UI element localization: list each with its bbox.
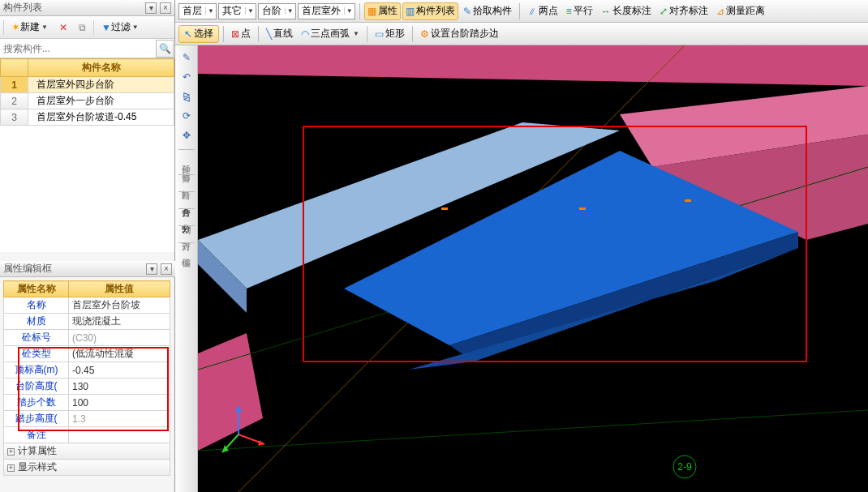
chevron-down-icon: ▼: [285, 7, 294, 15]
prop-row[interactable]: 台阶高度(130: [4, 379, 170, 395]
prop-row[interactable]: 顶标高(m)-0.45: [4, 362, 170, 379]
filter-label: 过滤: [111, 20, 131, 34]
vertical-toolbar: ✎ ↶ ⧎ ⟳ ✥ 延伸 修剪 打断 合并 分割 对齐 偏移: [175, 45, 198, 492]
viewport-3d[interactable]: 2-9: [198, 45, 868, 492]
table-row[interactable]: 2 首层室外一步台阶: [1, 93, 174, 109]
col-name-header: 构件名称: [28, 59, 174, 77]
mirror-tool[interactable]: ⧎: [178, 88, 196, 105]
svg-marker-1: [198, 333, 263, 451]
properties-icon: ▦: [367, 6, 376, 17]
property-table: 属性名称属性值 名称首层室外台阶坡 材质现浇混凝土 砼标号(C30) 砼类型(低…: [3, 280, 170, 476]
trim-label[interactable]: 修剪: [180, 163, 192, 169]
arc-icon: ◠: [301, 28, 309, 40]
pin-icon[interactable]: ▾: [146, 263, 157, 275]
pick-button[interactable]: ✎拾取构件: [460, 2, 515, 20]
list-icon: ▥: [406, 6, 415, 17]
svg-rect-13: [685, 199, 691, 202]
prop-row[interactable]: 砼类型(低流动性混凝: [4, 346, 170, 362]
brush-tool[interactable]: ✎: [178, 49, 196, 66]
plus-icon: +: [7, 464, 15, 472]
type-combo[interactable]: 台阶▼: [258, 3, 296, 19]
plus-icon: +: [7, 448, 15, 456]
line-icon: ╲: [266, 28, 272, 40]
panel-title: 属性编辑框: [3, 262, 146, 276]
property-header: 属性编辑框 ▾ ×: [0, 261, 175, 277]
two-point-icon: ⫽: [527, 6, 537, 17]
rect-icon: ▭: [375, 28, 384, 40]
extend-label[interactable]: 延伸: [180, 155, 192, 161]
parallel-icon: ≡: [566, 6, 572, 17]
two-point-button[interactable]: ⫽两点: [524, 2, 561, 20]
close-icon[interactable]: ×: [161, 263, 172, 275]
split-label[interactable]: 分割: [180, 214, 192, 220]
table-row[interactable]: 3 首层室外台阶坡道-0.45: [1, 109, 174, 126]
close-icon[interactable]: ×: [160, 2, 171, 14]
rotate-tool[interactable]: ⟳: [178, 107, 196, 125]
copy-icon: ⧉: [79, 22, 86, 33]
main-toolbar: 首层▼ 其它▼ 台阶▼ 首层室外▼ ▦属性 ▥构件列表 ✎拾取构件 ⫽两点 ≡平…: [175, 0, 868, 23]
category-combo[interactable]: 其它▼: [218, 3, 256, 19]
chevron-down-icon: ▼: [205, 7, 214, 15]
move-tool[interactable]: ✥: [178, 126, 196, 144]
prop-expand-display[interactable]: +显示样式: [4, 460, 170, 476]
properties-button[interactable]: ▦属性: [364, 2, 401, 20]
search-bar: 🔍: [0, 39, 174, 58]
prop-row[interactable]: 踏步个数100: [4, 395, 170, 411]
component-list-header: 构件列表 ▾ ×: [0, 0, 174, 16]
offset-label[interactable]: 偏移: [180, 248, 192, 255]
search-icon: 🔍: [159, 43, 171, 54]
new-label: 新建: [20, 20, 40, 34]
copy-button[interactable]: ⧉: [75, 19, 90, 36]
x-icon: ✕: [59, 22, 67, 33]
align-label[interactable]: 对齐: [180, 231, 192, 237]
chevron-down-icon: ▼: [344, 7, 353, 15]
table-row[interactable]: 1 首层室外四步台阶: [1, 77, 174, 93]
svg-marker-0: [198, 45, 868, 86]
ruler-icon: ↔: [601, 6, 611, 17]
merge-label[interactable]: 合并: [180, 197, 192, 203]
parallel-button[interactable]: ≡平行: [563, 2, 596, 20]
line-button[interactable]: ╲直线: [263, 25, 296, 43]
pin-icon[interactable]: ▾: [145, 2, 157, 14]
component-table: 构件名称 1 首层室外四步台阶 2 首层室外一步台阶 3 首层室外台阶坡道-0.…: [0, 58, 174, 126]
component-toolbar: ✶ 新建 ▼ ✕ ⧉ ▼ 过滤 ▼: [0, 16, 174, 39]
new-button[interactable]: ✶ 新建 ▼: [7, 19, 52, 36]
svg-rect-12: [579, 207, 586, 210]
arc-button[interactable]: ◠三点画弧▼: [298, 25, 363, 43]
prop-row[interactable]: 踏步高度(1.3: [4, 411, 170, 427]
prop-name-header: 属性名称: [4, 281, 69, 297]
step-settings-button[interactable]: ⚙设置台阶踏步边: [417, 25, 502, 43]
align-dim-button[interactable]: ⤢对齐标注: [656, 2, 711, 20]
component-combo[interactable]: 首层室外▼: [298, 3, 355, 19]
point-button[interactable]: ⊠点: [228, 25, 254, 43]
panel-title: 构件列表: [3, 1, 145, 15]
undo-tool[interactable]: ↶: [178, 68, 196, 86]
rect-button[interactable]: ▭矩形: [372, 25, 408, 43]
prop-row[interactable]: 名称首层室外台阶坡: [4, 297, 170, 314]
delete-button[interactable]: ✕: [55, 19, 71, 36]
component-list-button[interactable]: ▥构件列表: [402, 2, 458, 20]
filter-button[interactable]: ▼ 过滤 ▼: [97, 19, 143, 36]
measure-icon: ⊿: [716, 6, 724, 17]
prop-row[interactable]: 材质现浇混凝土: [4, 314, 170, 330]
cursor-icon: ↖: [184, 28, 192, 40]
floor-combo[interactable]: 首层▼: [178, 3, 217, 19]
search-input[interactable]: [0, 41, 155, 57]
length-dim-button[interactable]: ↔长度标注: [598, 2, 655, 20]
align-icon: ⤢: [660, 6, 668, 17]
prop-row[interactable]: 备注: [4, 427, 170, 443]
svg-rect-14: [441, 207, 448, 210]
axis-label: 2-9: [677, 461, 692, 473]
prop-row[interactable]: 砼标号(C30): [4, 330, 170, 346]
gear-icon: ⚙: [420, 28, 429, 40]
empty-area: [0, 126, 174, 252]
svg-line-5: [198, 410, 868, 451]
draw-toolbar: ↖选择 ⊠点 ╲直线 ◠三点画弧▼ ▭矩形 ⚙设置台阶踏步边: [175, 23, 868, 45]
search-button[interactable]: 🔍: [156, 40, 174, 58]
funnel-icon: ▼: [101, 22, 111, 33]
measure-button[interactable]: ⊿测量距离: [713, 2, 768, 20]
break-label[interactable]: 打断: [180, 180, 192, 186]
property-panel: 属性编辑框 ▾ × 属性名称属性值 名称首层室外台阶坡 材质现浇混凝土 砼标号(…: [0, 261, 175, 476]
prop-expand-calc[interactable]: +计算属性: [4, 443, 170, 460]
select-button[interactable]: ↖选择: [178, 25, 219, 43]
